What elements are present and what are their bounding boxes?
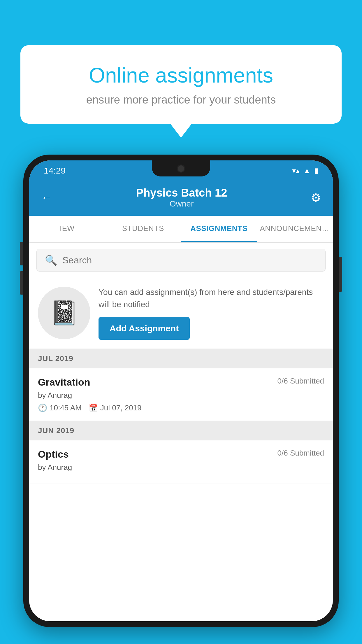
assignment-title-optics: Optics [38,449,69,460]
wifi-icon: ▾▴ [292,166,300,175]
power-button [339,257,342,292]
assignment-item-optics[interactable]: Optics 0/6 Submitted by Anurag [29,440,333,484]
battery-icon: ▮ [314,166,318,175]
status-icons: ▾▴ ▲ ▮ [292,166,318,175]
assignment-by: by Anurag [38,391,324,400]
speech-bubble-title: Online assignments [41,63,321,88]
settings-button[interactable]: ⚙ [311,191,321,204]
search-bar[interactable]: 🔍 [36,249,326,272]
volume-buttons [20,242,23,295]
calendar-icon: 📅 [89,403,98,412]
status-time: 14:29 [44,166,66,176]
phone-screen: 14:29 ▾▴ ▲ ▮ ← Physics Batch 12 Owner ⚙ … [29,160,333,621]
signal-icon: ▲ [303,166,311,175]
camera [177,164,185,173]
tab-announcements[interactable]: ANNOUNCEMENTS [257,216,333,242]
tabs: IEW STUDENTS ASSIGNMENTS ANNOUNCEMENTS [29,216,333,243]
search-input[interactable] [62,255,317,266]
assignment-icon-circle: 📓 [38,287,90,339]
phone-wrapper: 14:29 ▾▴ ▲ ▮ ← Physics Batch 12 Owner ⚙ … [23,155,339,644]
speech-bubble-container: Online assignments ensure more practice … [20,45,342,124]
meta-time: 🕐 10:45 AM [38,403,82,412]
tab-assignments[interactable]: ASSIGNMENTS [181,216,257,242]
assignment-submitted: 0/6 Submitted [277,377,324,386]
meta-date: 📅 Jul 07, 2019 [89,403,142,412]
add-assignment-button[interactable]: Add Assignment [99,317,190,340]
notch [152,160,210,176]
assignment-submitted-optics: 0/6 Submitted [277,449,324,458]
info-card: 📓 You can add assignment(s) from here an… [29,277,333,349]
speech-bubble: Online assignments ensure more practice … [20,45,342,124]
info-text-block: You can add assignment(s) from here and … [99,286,324,340]
header-subtitle: Owner [136,199,227,209]
notebook-icon: 📓 [50,299,79,327]
tab-students[interactable]: STUDENTS [105,216,181,242]
assignment-top-row-optics: Optics 0/6 Submitted [38,449,324,460]
clock-icon: 🕐 [38,403,47,412]
assignment-meta: 🕐 10:45 AM 📅 Jul 07, 2019 [38,403,324,412]
back-button[interactable]: ← [41,191,52,204]
section-header-jul: JUL 2019 [29,349,333,368]
assignment-title: Gravitation [38,377,90,388]
assignment-item-gravitation[interactable]: Gravitation 0/6 Submitted by Anurag 🕐 10… [29,368,333,421]
header-title: Physics Batch 12 [136,187,227,199]
assignment-top-row: Gravitation 0/6 Submitted [38,377,324,388]
phone-frame: 14:29 ▾▴ ▲ ▮ ← Physics Batch 12 Owner ⚙ … [23,155,339,627]
header-center: Physics Batch 12 Owner [136,187,227,209]
assignment-time: 10:45 AM [50,403,82,412]
section-header-jun: JUN 2019 [29,421,333,440]
app-header: ← Physics Batch 12 Owner ⚙ [29,181,333,216]
info-description: You can add assignment(s) from here and … [99,286,324,311]
assignment-date: Jul 07, 2019 [100,403,142,412]
speech-bubble-subtitle: ensure more practice for your students [41,94,321,106]
assignment-by-optics: by Anurag [38,463,324,472]
search-bar-container: 🔍 [29,243,333,277]
search-icon: 🔍 [45,254,57,266]
tab-iew[interactable]: IEW [29,216,105,242]
